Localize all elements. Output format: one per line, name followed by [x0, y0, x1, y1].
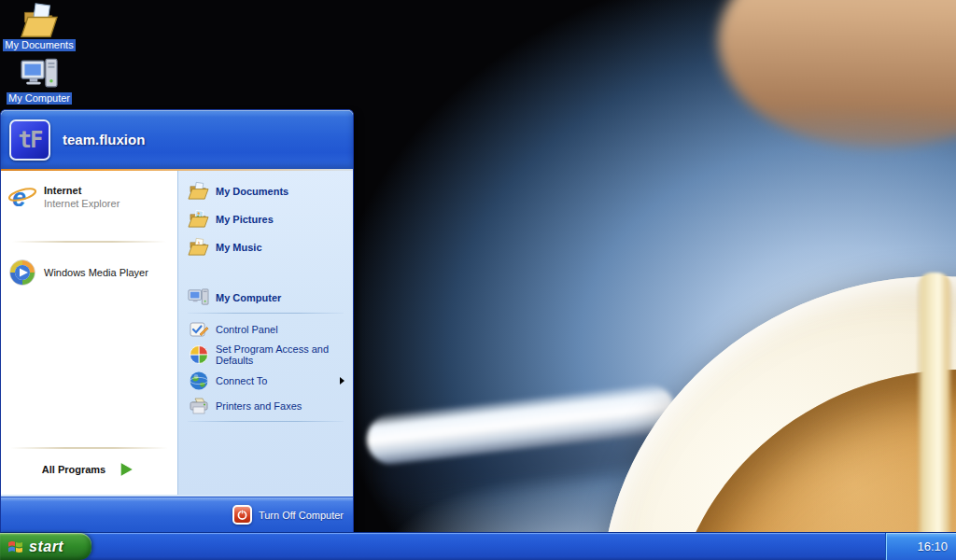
start-menu-left-panel: e Internet Internet Explorer	[1, 171, 177, 495]
user-name: team.fluxion	[63, 132, 145, 147]
right-panel-divider	[188, 313, 344, 314]
my-documents-icon	[20, 3, 59, 38]
menu-item-label: My Music	[216, 242, 262, 253]
menu-item-connect-to[interactable]: Connect To	[178, 368, 353, 393]
svg-text:e: e	[12, 184, 26, 212]
right-panel-divider	[188, 421, 344, 422]
connect-to-icon	[188, 370, 209, 391]
milk-pour	[917, 273, 952, 541]
start-button[interactable]: start	[0, 533, 91, 560]
desktop-icon-my-computer[interactable]: My Computer	[1, 56, 77, 105]
desktop: My Documents My Computer tF team.fluxion	[0, 0, 956, 560]
all-programs-arrow-icon	[116, 459, 136, 480]
windows-logo-icon	[7, 538, 24, 555]
system-tray: 16:10	[885, 533, 956, 560]
menu-item-label: My Pictures	[216, 214, 274, 225]
start-menu-right-panel: My Documents	[177, 171, 353, 495]
control-panel-icon	[188, 318, 209, 340]
my-documents-icon	[188, 180, 209, 202]
windows-media-player-icon	[7, 258, 37, 287]
menu-item-title: Windows Media Player	[44, 267, 148, 278]
start-menu-footer: Turn Off Computer	[1, 497, 353, 532]
my-computer-icon	[188, 287, 209, 308]
my-music-icon: ♪	[188, 236, 209, 258]
start-menu-body: e Internet Internet Explorer	[1, 171, 353, 495]
menu-item-my-pictures[interactable]: My Pictures	[178, 206, 353, 231]
menu-item-label: Control Panel	[216, 324, 278, 335]
menu-item-label: Connect To	[216, 375, 267, 386]
menu-item-title: Internet	[44, 184, 120, 197]
power-icon	[232, 505, 252, 525]
submenu-arrow-icon	[340, 377, 344, 385]
internet-explorer-icon: e	[7, 182, 37, 212]
start-menu-header: tF team.fluxion	[1, 110, 353, 169]
turn-off-computer-button[interactable]: Turn Off Computer	[232, 505, 344, 525]
menu-item-subtitle: Internet Explorer	[44, 197, 120, 210]
user-avatar-logo: tF	[19, 127, 42, 153]
all-programs-button[interactable]: All Programs	[1, 455, 177, 487]
menu-item-internet[interactable]: e Internet Internet Explorer	[1, 179, 177, 215]
my-computer-icon	[20, 56, 59, 91]
desktop-icon-label: My Documents	[3, 39, 75, 51]
desktop-icon-label: My Computer	[7, 92, 72, 105]
left-panel-divider	[10, 447, 168, 449]
menu-item-my-music[interactable]: ♪ My Music	[178, 234, 353, 259]
menu-item-set-program-access[interactable]: Set Program Access and Defaults	[178, 342, 353, 368]
menu-item-label: My Computer	[216, 292, 281, 303]
menu-item-control-panel[interactable]: Control Panel	[178, 316, 353, 342]
program-access-icon	[188, 344, 209, 366]
left-panel-divider	[12, 241, 166, 243]
taskbar-clock[interactable]: 16:10	[917, 539, 948, 553]
user-avatar: tF	[9, 119, 50, 161]
start-button-label: start	[29, 539, 63, 555]
menu-item-my-computer[interactable]: My Computer	[178, 285, 353, 310]
left-panel-spacer	[1, 290, 177, 447]
printers-icon	[188, 395, 209, 416]
my-pictures-icon	[188, 208, 209, 230]
all-programs-label: All Programs	[42, 464, 105, 475]
menu-item-my-documents[interactable]: My Documents	[178, 178, 353, 203]
taskbar: start 16:10	[0, 532, 956, 560]
menu-item-label: My Documents	[216, 186, 288, 197]
menu-item-label: Set Program Access and Defaults	[216, 343, 335, 366]
turn-off-label: Turn Off Computer	[259, 510, 344, 521]
start-menu: tF team.fluxion e Internet Internet Expl…	[0, 109, 354, 532]
desktop-icon-my-documents[interactable]: My Documents	[1, 3, 77, 51]
menu-item-printers-and-faxes[interactable]: Printers and Faxes	[178, 393, 353, 418]
menu-item-label: Printers and Faxes	[216, 400, 302, 412]
menu-item-windows-media-player[interactable]: Windows Media Player	[1, 255, 177, 290]
